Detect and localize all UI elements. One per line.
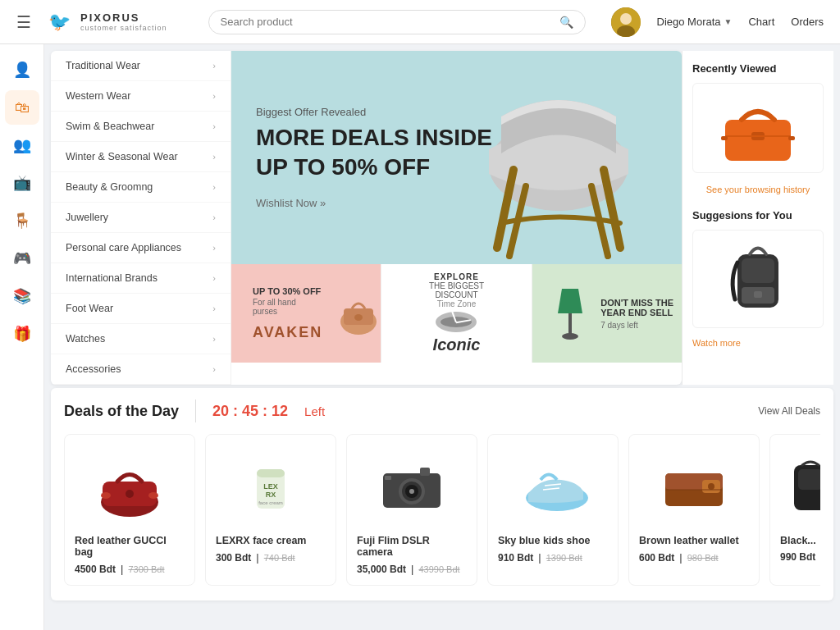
svg-text:RX: RX <box>266 491 276 499</box>
view-all-deals-link[interactable]: View All Deals <box>758 405 820 417</box>
hero-small-text: Biggest Offer Revealed <box>256 106 492 118</box>
header-right: Diego Morata ▼ Chart Orders <box>611 7 824 37</box>
promo-card-avaken[interactable]: UP TO 30% OFF For all hand purses AVAKEN <box>231 264 381 363</box>
price-new: 35,000 Bdt <box>357 564 406 575</box>
header: ☰ 🐦 PIXORUS customer satisfaction 🔍 Dieg… <box>0 0 840 44</box>
category-foot-wear[interactable]: Foot Wear › <box>51 294 231 324</box>
category-beauty-grooming[interactable]: Beauty & Groomng › <box>51 172 231 203</box>
category-western-wear[interactable]: Western Wear › <box>51 81 231 112</box>
deals-left-label: Left <box>304 404 325 418</box>
promo-row: UP TO 30% OFF For all hand purses AVAKEN <box>231 264 682 363</box>
top-section: Traditional Wear › Western Wear › Swim &… <box>51 51 682 385</box>
price-old: 43990 Bdt <box>418 564 459 574</box>
logo-name: PIXORUS <box>80 11 167 24</box>
chevron-right-icon: › <box>212 243 216 253</box>
category-juwellery[interactable]: Juwellery › <box>51 203 231 233</box>
sidebar-icon-tv[interactable]: 📺 <box>5 166 39 200</box>
product-name: Red leather GUCCI bag <box>75 535 185 558</box>
sidebar-icon-gift[interactable]: 🎁 <box>5 317 39 351</box>
category-label: Accessories <box>66 363 121 375</box>
product-card-kids-shoe[interactable]: Sky blue kids shoe 910 Bdt | 1390 Bdt <box>487 434 619 586</box>
sidebar-icon-users[interactable]: 👥 <box>5 128 39 162</box>
product-name: Black... <box>780 535 820 546</box>
watch-more-link[interactable]: Watch more <box>692 335 824 351</box>
product-name: LEXRX face cream <box>216 535 326 546</box>
category-label: Juwellery <box>66 212 108 223</box>
logo-bird-icon: 🐦 <box>48 11 71 33</box>
category-label: Personal care Appliances <box>66 242 181 253</box>
price-new: 4500 Bdt <box>75 564 116 575</box>
promo-text-avaken: UP TO 30% OFF For all hand purses AVAKEN <box>241 278 334 349</box>
hero-sub-text: UP TO 50% OFF <box>256 154 492 180</box>
see-history-link[interactable]: See your browsing history <box>692 180 824 199</box>
product-card-wallet[interactable]: Brown leather wallet 600 Bdt | 980 Bdt <box>628 434 760 586</box>
product-image <box>780 445 820 527</box>
promo-year-end-text: DON'T MISS THE YEAR END SELL 7 days left <box>600 298 673 330</box>
deals-divider <box>195 399 196 422</box>
price-new: 600 Bdt <box>639 552 674 564</box>
chevron-right-icon: › <box>212 304 216 313</box>
product-image <box>498 445 608 527</box>
price-old: 980 Bdt <box>687 553 719 563</box>
promo-text-year-end: DON'T MISS THE YEAR END SELL 7 days left <box>532 264 682 363</box>
svg-rect-34 <box>420 468 430 476</box>
dropdown-arrow-icon: ▼ <box>724 17 733 26</box>
category-swim-beachwear[interactable]: Swim & Beachwear › <box>51 112 231 142</box>
search-input[interactable] <box>221 16 559 28</box>
year-end-label: YEAR END SELL <box>600 308 673 317</box>
chart-nav[interactable]: Chart <box>748 16 774 28</box>
chevron-right-icon: › <box>212 182 216 192</box>
category-watches[interactable]: Watches › <box>51 324 231 354</box>
user-name: Diego Morata <box>657 16 721 28</box>
product-image <box>75 445 185 527</box>
deals-title: Deals of the Day <box>64 403 179 420</box>
logo-image: 🐦 <box>44 7 74 37</box>
category-label: Foot Wear <box>66 303 113 314</box>
category-accessories[interactable]: Accessories › <box>51 354 231 385</box>
sidebar-icon-shopper[interactable]: 🛍 <box>5 90 39 125</box>
product-image <box>639 445 749 527</box>
svg-rect-14 <box>788 136 795 140</box>
promo-card-year-end[interactable]: DON'T MISS THE YEAR END SELL 7 days left <box>532 264 682 363</box>
hero-cta-button[interactable]: Wishlist Now » <box>256 197 492 209</box>
svg-rect-35 <box>385 476 391 480</box>
category-winter-seasonal[interactable]: Winter & Seasonal Wear › <box>51 142 231 172</box>
orders-nav[interactable]: Orders <box>791 16 824 28</box>
dont-miss-label: DON'T MISS THE <box>600 298 673 308</box>
svg-rect-8 <box>568 313 572 336</box>
logo[interactable]: 🐦 PIXORUS customer satisfaction <box>44 7 167 37</box>
hero-big-text: MORE DEALS INSIDE <box>256 125 492 151</box>
days-left-label: 7 days left <box>600 321 673 330</box>
product-card-face-cream[interactable]: LEX RX face cream LEXRX face cream 300 B… <box>205 434 336 586</box>
sidebar-icon-books[interactable]: 📚 <box>5 279 39 313</box>
category-menu: Traditional Wear › Western Wear › Swim &… <box>51 51 231 385</box>
promo-purse-image <box>334 289 381 338</box>
product-prices: 600 Bdt | 980 Bdt <box>639 551 749 564</box>
search-bar[interactable]: 🔍 <box>208 10 586 34</box>
category-personal-care[interactable]: Personal care Appliances › <box>51 233 231 263</box>
sidebar-icon-sofa[interactable]: 🪑 <box>5 203 39 238</box>
user-info[interactable]: Diego Morata ▼ <box>657 16 733 28</box>
chevron-right-icon: › <box>212 273 216 283</box>
product-image <box>357 445 467 527</box>
hamburger-menu[interactable]: ☰ <box>16 12 31 32</box>
category-label: International Brands <box>66 272 158 284</box>
avatar <box>611 7 641 37</box>
suggestion-image[interactable] <box>692 230 824 328</box>
product-card-camera[interactable]: Fuji Flim DSLR camera 35,000 Bdt | 43990… <box>346 434 477 586</box>
product-card-black[interactable]: Black... 990 Bdt <box>769 434 820 586</box>
category-international-brands[interactable]: International Brands › <box>51 263 231 294</box>
promo-discount-label: UP TO 30% OFF <box>253 286 322 296</box>
promo-explore-label: EXPLORE <box>434 272 479 281</box>
sidebar-icon-game[interactable]: 🎮 <box>5 241 39 276</box>
recently-viewed-title: Recently Viewed <box>692 62 824 75</box>
category-traditional-wear[interactable]: Traditional Wear › <box>51 51 231 81</box>
chevron-right-icon: › <box>212 152 216 162</box>
product-card-gucci-bag[interactable]: Red leather GUCCI bag 4500 Bdt | 7300 Bd… <box>64 434 195 586</box>
svg-point-9 <box>562 333 578 340</box>
sidebar-icon-person[interactable]: 👤 <box>5 52 39 87</box>
price-separator: | <box>679 551 682 564</box>
browsing-history-image[interactable] <box>692 83 824 173</box>
promo-zone-label: Time Zone <box>437 299 476 308</box>
promo-card-iconic[interactable]: EXPLORE THE BIGGEST DISCOUNT Time Zone I… <box>381 264 532 363</box>
